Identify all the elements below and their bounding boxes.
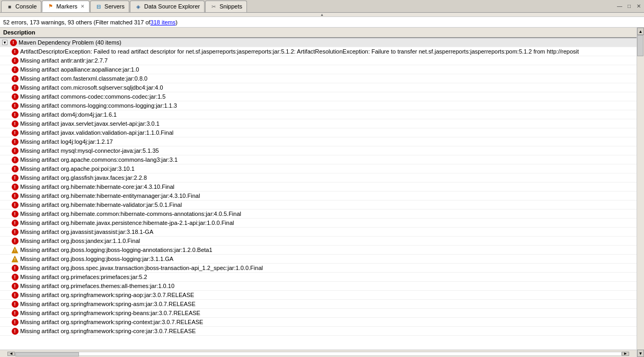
description-header: Description — [3, 29, 36, 36]
minimize-button[interactable]: — — [615, 2, 624, 11]
item-text: Missing artifact commons-codec:commons-c… — [20, 93, 165, 100]
list-item[interactable]: ! Missing artifact org.springframework:s… — [0, 318, 637, 327]
status-text: 52 errors, 173 warnings, 93 others (Filt… — [3, 19, 151, 25]
list-item[interactable]: ! Missing artifact org.springframework:s… — [0, 309, 637, 318]
error-icon: ! — [11, 101, 19, 110]
error-icon: ! — [11, 327, 19, 335]
list-item[interactable]: ! Missing artifact com.microsoft.sqlserv… — [0, 83, 637, 92]
list-item[interactable]: ! Missing artifact commons-codec:commons… — [0, 92, 637, 101]
list-item[interactable]: ! Missing artifact dom4j:dom4j:jar:1.6.1 — [0, 110, 637, 119]
list-item[interactable]: ! Missing artifact com.fasterxml.classma… — [0, 74, 637, 83]
layout-main: Description ▼ ! Maven Dependency Problem… — [0, 28, 644, 357]
item-text: Missing artifact org.springframework:spr… — [20, 328, 196, 334]
error-icon: ! — [11, 237, 19, 245]
markers-icon: ⚑ — [47, 3, 54, 10]
list-item[interactable]: ! Missing artifact org.hibernate:hiberna… — [0, 182, 637, 191]
scroll-left-button[interactable]: ◄ — [7, 352, 15, 356]
list-item[interactable]: ! Missing artifact org.javassist:javassi… — [0, 228, 637, 237]
item-text: Missing artifact javax.validation:valida… — [20, 129, 173, 136]
list-item[interactable]: ! Missing artifact org.springframework:s… — [0, 291, 637, 300]
list-item[interactable]: ! Missing artifact mysql:mysql-connector… — [0, 146, 637, 155]
list-item[interactable]: ! Missing artifact javax.servlet:javax.s… — [0, 119, 637, 128]
error-icon: ! — [11, 264, 19, 272]
list-item[interactable]: ! Missing artifact org.jboss:jandex:jar:… — [0, 237, 637, 246]
error-icon: ! — [11, 273, 19, 281]
list-item[interactable]: ! Missing artifact org.hibernate:hiberna… — [0, 201, 637, 210]
list-item[interactable]: ! Missing artifact antlr:antlr:jar:2.7.7 — [0, 56, 637, 65]
error-icon: ! — [11, 65, 19, 74]
error-icon: ! — [11, 291, 19, 299]
list-item[interactable]: ! Missing artifact org.primefaces.themes… — [0, 282, 637, 291]
item-text: Missing artifact com.microsoft.sqlserver… — [20, 84, 163, 91]
error-icon: ! — [11, 282, 19, 290]
list-item[interactable]: ! Missing artifact org.springframework:s… — [0, 300, 637, 309]
list-item[interactable]: ! Missing artifact org.hibernate.common:… — [0, 210, 637, 219]
scroll-up-indicator[interactable]: ▲ — [0, 13, 644, 17]
list-item[interactable]: ! Missing artifact org.hibernate:hiberna… — [0, 191, 637, 201]
tab-markers[interactable]: ⚑ Markers ✕ — [42, 1, 90, 12]
error-icon: ! — [11, 110, 19, 119]
list-item[interactable]: ! Missing artifact org.jboss.spec.javax.… — [0, 264, 637, 273]
list-item[interactable]: ! Missing artifact commons-logging:commo… — [0, 101, 637, 110]
list-item[interactable]: ! Missing artifact javax.validation:vali… — [0, 128, 637, 137]
group-row[interactable]: ▼ ! Maven Dependency Problem (40 items) — [0, 38, 637, 47]
list-item[interactable]: ! Missing artifact aopalliance:aopallian… — [0, 65, 637, 74]
v-scroll-track[interactable] — [637, 35, 644, 350]
v-scroll-thumb[interactable] — [637, 35, 643, 56]
error-icon: ! — [11, 155, 19, 164]
item-text: Missing artifact org.primefaces:primefac… — [20, 274, 147, 280]
close-button[interactable]: ✕ — [634, 2, 643, 11]
tab-servers[interactable]: ⊟ Servers — [90, 1, 129, 12]
scroll-track[interactable] — [15, 352, 622, 356]
list-item[interactable]: ! Missing artifact log4j:log4j:jar:1.2.1… — [0, 137, 637, 146]
error-icon: ! — [11, 137, 19, 146]
scroll-up-button[interactable]: ▲ — [637, 28, 644, 35]
horizontal-scrollbar[interactable]: ◄ ► — [0, 350, 637, 357]
item-text: Missing artifact mysql:mysql-connector-j… — [20, 147, 159, 154]
datasource-icon: ◈ — [135, 3, 142, 10]
warning-icon: ! — [11, 246, 19, 254]
vertical-scrollbar[interactable]: ▲ ▼ — [637, 28, 644, 357]
error-icon: ! — [11, 201, 19, 209]
item-text: Missing artifact log4j:log4j:jar:1.2.17 — [20, 138, 113, 145]
list-item[interactable]: ! Missing artifact org.glassfish:javax.f… — [0, 173, 637, 182]
list-item[interactable]: ! Missing artifact org.primefaces:primef… — [0, 273, 637, 282]
error-list[interactable]: ▼ ! Maven Dependency Problem (40 items) … — [0, 38, 637, 350]
item-text: Missing artifact org.primefaces.themes:a… — [20, 283, 174, 289]
tab-snippets[interactable]: ✂ Snippets — [205, 1, 247, 12]
column-header: Description — [0, 28, 637, 38]
error-icon: ! — [11, 191, 19, 200]
tab-console[interactable]: ■ Console — [1, 1, 41, 12]
tab-markers-close[interactable]: ✕ — [81, 4, 85, 9]
tab-snippets-label: Snippets — [219, 3, 242, 10]
item-text: Missing artifact com.fasterxml.classmate… — [20, 75, 147, 82]
item-text: Missing artifact org.jboss.logging:jboss… — [20, 247, 213, 253]
filter-link[interactable]: 318 items — [151, 19, 176, 25]
status-bar: 52 errors, 173 warnings, 93 others (Filt… — [0, 17, 644, 28]
list-item[interactable]: ! Missing artifact org.jboss.logging:jbo… — [0, 246, 637, 255]
list-item[interactable]: ! Missing artifact org.hibernate.javax.p… — [0, 219, 637, 228]
scroll-down-button[interactable]: ▼ — [637, 350, 644, 357]
list-item[interactable]: ! Missing artifact org.apache.poi:poi:ja… — [0, 164, 637, 173]
tab-datasource[interactable]: ◈ Data Source Explorer — [130, 1, 205, 12]
item-text: Missing artifact org.hibernate:hibernate… — [20, 193, 200, 199]
error-list-inner: ▼ ! Maven Dependency Problem (40 items) … — [0, 38, 637, 336]
list-item[interactable]: ! Missing artifact org.apache.commons:co… — [0, 155, 637, 164]
console-icon: ■ — [6, 3, 13, 10]
list-item[interactable]: ! ArtifactDescriptorException: Failed to… — [0, 47, 637, 56]
item-text: Missing artifact commons-logging:commons… — [20, 102, 177, 109]
item-text: Missing artifact org.springframework:spr… — [20, 319, 203, 325]
item-text: Missing artifact dom4j:dom4j:jar:1.6.1 — [20, 111, 117, 118]
error-icon: ! — [11, 119, 19, 128]
error-icon: ! — [11, 146, 19, 155]
item-text: Missing artifact org.hibernate.javax.per… — [20, 220, 234, 226]
list-item[interactable]: ! Missing artifact org.jboss.logging:jbo… — [0, 255, 637, 264]
error-icon: ! — [11, 173, 19, 182]
snippets-icon: ✂ — [210, 3, 217, 10]
list-item[interactable]: ! Missing artifact org.springframework:s… — [0, 327, 637, 336]
scroll-right-button[interactable]: ► — [622, 352, 629, 356]
maximize-button[interactable]: □ — [625, 2, 633, 11]
item-text: Missing artifact aopalliance:aopalliance… — [20, 66, 139, 73]
scroll-thumb[interactable] — [15, 352, 79, 356]
expand-icon[interactable]: ▼ — [2, 40, 7, 45]
